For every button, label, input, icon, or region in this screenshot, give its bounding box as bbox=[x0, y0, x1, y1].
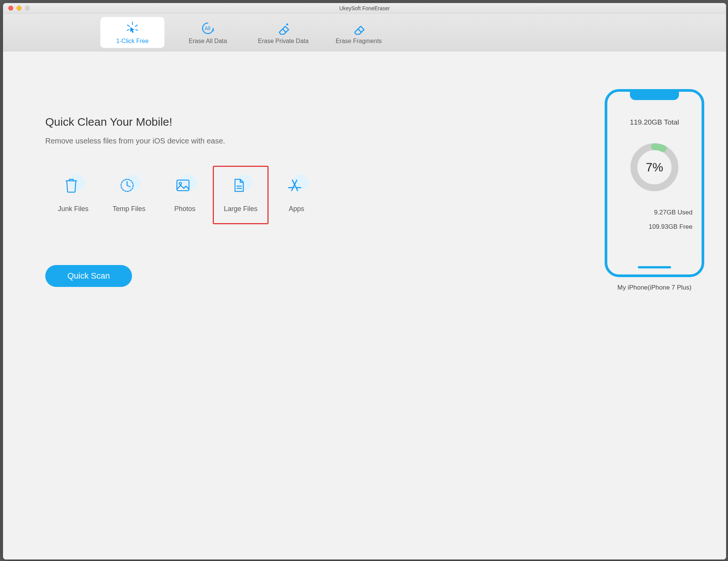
category-label: Junk Files bbox=[58, 205, 88, 213]
page-subheading: Remove useless files from your iOS devic… bbox=[45, 137, 583, 145]
svg-point-14 bbox=[179, 182, 181, 185]
svg-line-17 bbox=[292, 180, 298, 191]
click-cursor-icon bbox=[124, 20, 140, 36]
tab-label: 1-Click Free bbox=[116, 38, 149, 45]
svg-line-2 bbox=[135, 25, 137, 26]
maximize-window-button[interactable] bbox=[25, 6, 30, 11]
svg-point-8 bbox=[286, 23, 288, 25]
appstore-icon bbox=[286, 177, 307, 197]
category-large-files[interactable]: Large Files bbox=[213, 166, 269, 224]
svg-line-7 bbox=[283, 29, 286, 32]
category-junk-files[interactable]: Junk Files bbox=[45, 166, 101, 224]
storage-total-label: 119.20GB Total bbox=[630, 118, 679, 126]
svg-line-18 bbox=[292, 180, 297, 191]
clock-icon bbox=[119, 177, 139, 197]
category-label: Temp Files bbox=[112, 205, 145, 213]
category-label: Photos bbox=[174, 205, 195, 213]
eraser-private-icon bbox=[275, 20, 291, 36]
svg-point-6 bbox=[212, 29, 214, 31]
svg-rect-13 bbox=[177, 180, 189, 191]
svg-line-9 bbox=[358, 29, 361, 32]
traffic-lights bbox=[8, 6, 30, 11]
minimize-window-button[interactable] bbox=[17, 6, 22, 11]
tab-label: Erase Fragments bbox=[336, 38, 382, 45]
phone-notch bbox=[630, 91, 679, 100]
top-tabs: 1-Click Free All Erase All Data Erase bbox=[3, 14, 726, 51]
file-icon bbox=[230, 177, 251, 197]
window-title: UkeySoft FoneEraser bbox=[3, 5, 726, 11]
tab-label: Erase All Data bbox=[189, 38, 227, 45]
storage-percent-label: 7% bbox=[629, 142, 680, 193]
category-label: Large Files bbox=[224, 205, 257, 213]
eraser-fragments-icon bbox=[351, 20, 367, 36]
quick-scan-button[interactable]: Quick Scan bbox=[45, 265, 132, 287]
tab-label: Erase Private Data bbox=[258, 38, 309, 45]
device-panel: 119.20GB Total 7% 9.27GB Used 109.93GB F… bbox=[583, 51, 726, 559]
svg-line-4 bbox=[136, 29, 138, 30]
storage-donut: 7% bbox=[629, 142, 680, 193]
main-panel: Quick Clean Your Mobile! Remove useless … bbox=[3, 51, 583, 559]
category-row: Junk Files Temp Files bbox=[45, 166, 583, 224]
trash-icon bbox=[63, 177, 83, 197]
tab-erase-all-data[interactable]: All Erase All Data bbox=[176, 17, 240, 48]
svg-line-1 bbox=[127, 25, 129, 26]
svg-line-12 bbox=[127, 185, 130, 187]
category-temp-files[interactable]: Temp Files bbox=[101, 166, 157, 224]
close-window-button[interactable] bbox=[8, 6, 13, 11]
svg-text:All: All bbox=[204, 25, 210, 31]
tab-erase-private-data[interactable]: Erase Private Data bbox=[251, 17, 315, 48]
storage-free-label: 109.93GB Free bbox=[607, 223, 702, 231]
photo-icon bbox=[175, 177, 195, 197]
tab-1-click-free[interactable]: 1-Click Free bbox=[100, 17, 164, 48]
storage-used-label: 9.27GB Used bbox=[607, 209, 702, 216]
app-window: UkeySoft FoneEraser 1-Click Free bbox=[3, 3, 726, 559]
category-apps[interactable]: Apps bbox=[269, 166, 324, 224]
titlebar: UkeySoft FoneEraser bbox=[3, 3, 726, 14]
category-photos[interactable]: Photos bbox=[157, 166, 213, 224]
phone-home-indicator bbox=[638, 266, 671, 268]
tab-erase-fragments[interactable]: Erase Fragments bbox=[327, 17, 391, 48]
svg-line-3 bbox=[127, 29, 129, 30]
category-label: Apps bbox=[289, 205, 304, 213]
content-area: Quick Clean Your Mobile! Remove useless … bbox=[3, 51, 726, 559]
device-name-label: My iPhone(iPhone 7 Plus) bbox=[617, 284, 692, 291]
erase-all-icon: All bbox=[200, 20, 216, 36]
page-heading: Quick Clean Your Mobile! bbox=[45, 116, 583, 128]
phone-illustration: 119.20GB Total 7% 9.27GB Used 109.93GB F… bbox=[605, 89, 704, 277]
